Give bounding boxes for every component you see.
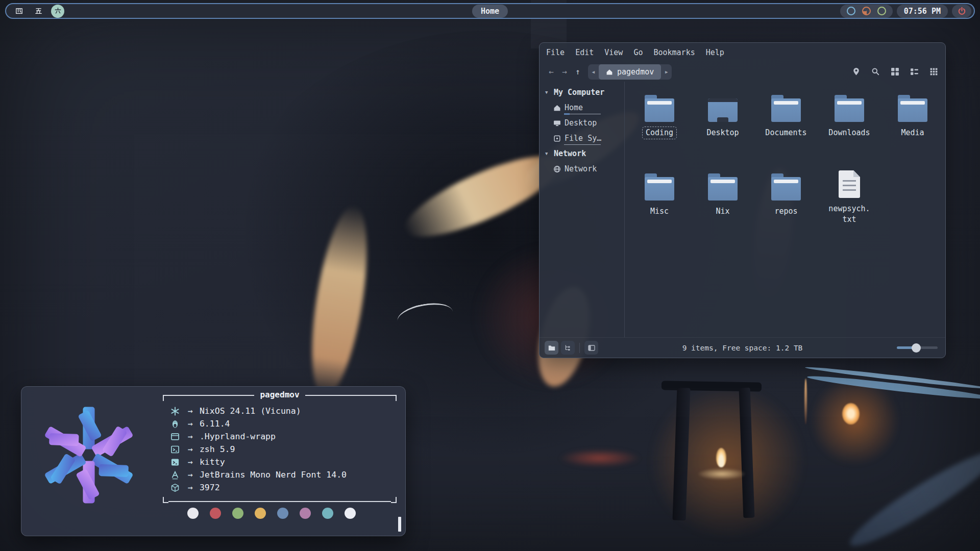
expander-icon[interactable]: ▼	[545, 90, 550, 95]
forward-button[interactable]: →	[558, 65, 571, 79]
file-repos[interactable]: repos	[756, 174, 816, 217]
sidebar-item-label: Home	[565, 103, 583, 112]
menu-view[interactable]: View	[604, 48, 623, 57]
file-manager-body: ▼ My Computer Home Desktop	[540, 82, 945, 337]
folder-icon	[771, 177, 801, 201]
fetch-line-kernel: → 6.11.4	[170, 417, 397, 430]
icon-view-icon	[891, 67, 899, 76]
path-segment-label: pagedmov	[617, 67, 654, 77]
tree-pane-icon	[564, 344, 572, 352]
file-label: newpsych.txt	[824, 204, 875, 225]
file-manager-window: File Edit View Go Bookmarks Help ← → ↑ ◀…	[539, 42, 946, 358]
arrow-icon: →	[188, 406, 193, 416]
nixos-logo	[35, 401, 143, 509]
fetch-line-packages: → 3972	[170, 481, 397, 494]
workspace-5[interactable]	[32, 5, 45, 18]
toggle-side-pane-button[interactable]	[584, 341, 598, 355]
file-label: Media	[898, 128, 926, 138]
list-view-button[interactable]	[910, 67, 919, 76]
file-coding[interactable]: Coding	[630, 95, 689, 138]
sidebar-section-label: My Computer	[554, 88, 604, 97]
sidebar-item-network[interactable]: Network	[540, 161, 624, 177]
location-button[interactable]	[852, 67, 861, 76]
top-bar: Home 07:56 PM	[5, 3, 975, 19]
arrow-icon: →	[188, 483, 193, 492]
menu-help[interactable]: Help	[706, 48, 724, 57]
workspace-switcher	[12, 5, 64, 18]
fetch-value: kitty	[200, 457, 225, 467]
palette-dot-blue	[277, 508, 288, 519]
fetch-value: JetBrains Mono Nerd Font 14.0	[200, 470, 347, 480]
shell-icon	[170, 445, 182, 454]
file-label: Desktop	[704, 128, 741, 138]
indicator-circle-3	[877, 7, 886, 15]
path-segment-home[interactable]: pagedmov	[599, 64, 661, 80]
toolbar-right	[852, 62, 938, 82]
file-label: Downloads	[826, 128, 872, 138]
slider-handle[interactable]	[912, 343, 921, 353]
workspace-4-glyph	[15, 7, 23, 15]
file-downloads[interactable]: Downloads	[820, 95, 879, 138]
path-scroll-right-button[interactable]: ▶	[661, 64, 672, 80]
file-view[interactable]: Coding Desktop Documents Downloads Media	[625, 82, 945, 337]
file-nix[interactable]: Nix	[693, 174, 752, 217]
file-label: Misc	[648, 206, 671, 217]
menu-go[interactable]: Go	[633, 48, 643, 57]
workspace-6-glyph	[54, 7, 62, 15]
wm-icon	[170, 432, 182, 441]
toolbar: ← → ↑ ◀ pagedmov ▶	[540, 62, 945, 82]
terminal-window: pagedmov → NixOS 24.11 (Vicuna) → 6.11.4	[21, 386, 406, 536]
compact-view-button[interactable]	[929, 67, 938, 76]
sidebar-item-home[interactable]: Home	[540, 100, 624, 115]
file-label: repos	[772, 206, 800, 217]
menu-edit[interactable]: Edit	[575, 48, 594, 57]
packages-icon	[170, 483, 182, 492]
sidebar-section-network[interactable]: ▼ Network	[540, 146, 624, 161]
up-button[interactable]: ↑	[571, 65, 584, 79]
workspace-6-active[interactable]	[51, 5, 64, 18]
file-desktop[interactable]: Desktop	[693, 95, 752, 138]
arrow-icon: →	[188, 470, 193, 480]
filesystem-icon	[553, 135, 561, 142]
power-button[interactable]	[952, 5, 971, 18]
home-icon	[606, 68, 613, 76]
file-media[interactable]: Media	[883, 95, 942, 138]
fetch-value: zsh 5.9	[200, 444, 235, 454]
path-scroll-left-button[interactable]: ◀	[588, 64, 599, 80]
status-text: 9 items, Free space: 1.2 TB	[682, 344, 803, 352]
clock: 07:56 PM	[897, 5, 948, 18]
terminal-cursor[interactable]	[398, 517, 401, 532]
places-pane-button[interactable]	[545, 341, 558, 355]
fetch-title: pagedmov	[260, 391, 299, 399]
folder-icon	[898, 98, 927, 122]
sidebar-item-desktop[interactable]: Desktop	[540, 115, 624, 131]
status-indicators[interactable]	[840, 5, 893, 18]
tree-pane-button[interactable]	[561, 341, 575, 355]
menu-bookmarks[interactable]: Bookmarks	[653, 48, 695, 57]
network-globe-icon	[553, 165, 561, 173]
expander-icon[interactable]: ▼	[545, 151, 550, 156]
menu-file[interactable]: File	[546, 48, 565, 57]
sidebar-item-label: Network	[565, 164, 597, 173]
power-icon	[958, 7, 966, 15]
sidebar-item-filesystem[interactable]: File Sy…	[540, 131, 624, 146]
file-documents[interactable]: Documents	[756, 95, 816, 138]
folder-icon	[835, 98, 864, 122]
back-icon: ←	[549, 67, 554, 77]
side-pane-icon	[587, 344, 596, 352]
fetch-line-shell: → zsh 5.9	[170, 443, 397, 456]
sidebar-section-my-computer[interactable]: ▼ My Computer	[540, 85, 624, 100]
file-label: Documents	[763, 128, 809, 138]
list-view-icon	[910, 67, 919, 76]
back-button[interactable]: ←	[545, 65, 558, 79]
folder-icon	[645, 98, 674, 122]
zoom-slider[interactable]	[897, 346, 938, 349]
file-misc[interactable]: Misc	[630, 174, 689, 217]
file-newpsych-txt[interactable]: newpsych.txt	[820, 170, 879, 225]
fetch-line-terminal: → kitty	[170, 456, 397, 468]
search-button[interactable]	[871, 67, 880, 76]
palette-dot-yellow	[255, 508, 266, 519]
workspace-4[interactable]	[12, 5, 26, 18]
fetch-box-bottom	[163, 497, 397, 503]
icon-view-button[interactable]	[891, 67, 899, 76]
